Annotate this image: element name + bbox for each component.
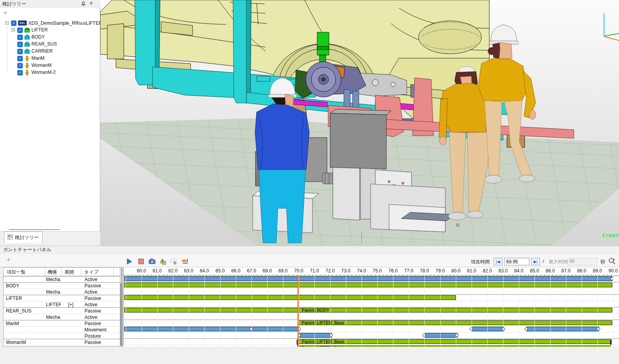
checkbox[interactable]: ✓: [17, 56, 23, 61]
cell-expand: [62, 314, 80, 320]
bar-warning-button[interactable]: [181, 257, 189, 265]
tree-panel-titlebar: 検討ツリー ×: [0, 0, 100, 7]
chart-gridline: [613, 276, 613, 347]
checkbox[interactable]: ✓: [17, 42, 23, 47]
cell-type: Passive: [84, 283, 116, 289]
step-back-button[interactable]: |◀: [494, 258, 502, 265]
play-button[interactable]: [125, 257, 134, 265]
tab-study-tree[interactable]: 検討ツリー: [4, 232, 42, 243]
green-cylinder: [317, 32, 329, 55]
tree-item-body[interactable]: ✓ BODY: [0, 34, 100, 41]
col-header-expand[interactable]: 展開: [64, 269, 74, 276]
bar-handle[interactable]: [422, 334, 426, 337]
checkbox[interactable]: ✓: [17, 35, 23, 40]
table-row[interactable]: Movement: [4, 327, 120, 333]
axis-tick-label: 86.0: [544, 268, 557, 274]
step-forward-button[interactable]: ▶|: [531, 258, 540, 265]
bar-handle[interactable]: [250, 327, 253, 331]
bar-handle[interactable]: [525, 327, 528, 331]
gantt-bar[interactable]: [124, 276, 612, 281]
tree-item-lifter[interactable]: + ✓ LIFTER: [0, 27, 100, 34]
axis-tick-label: 80.0: [449, 268, 463, 274]
3d-viewport[interactable]: H W H Create by Lattice Technology.co.lt…: [100, 0, 619, 246]
table-row[interactable]: LIFTER[+]Active: [4, 301, 120, 308]
gantt-bar[interactable]: [424, 333, 457, 338]
gantt-time-axis[interactable]: 60.061.062.063.064.065.066.067.068.069.0…: [124, 267, 619, 276]
chart-gridline: [519, 276, 519, 347]
chart-gridline: [157, 276, 158, 347]
splitter[interactable]: [121, 267, 122, 347]
stop-button[interactable]: [137, 257, 145, 265]
table-row[interactable]: WomanMPassive: [4, 339, 120, 346]
column-divider[interactable]: [81, 268, 81, 276]
splitter[interactable]: [123, 267, 123, 347]
tree-item-manm[interactable]: ✓ ManM: [0, 55, 100, 62]
marquee-select-button[interactable]: [170, 257, 178, 265]
pin-icon[interactable]: [81, 1, 86, 8]
gantt-bar[interactable]: [124, 283, 612, 287]
cell-mechanism: [46, 320, 61, 327]
gantt-bar[interactable]: [527, 327, 599, 331]
col-header-items[interactable]: 項目一覧: [7, 269, 26, 276]
gantt-bar[interactable]: Parent: BODY: [124, 308, 612, 313]
table-row[interactable]: Mecha...Active: [4, 276, 120, 283]
checkbox[interactable]: ✓: [17, 70, 23, 75]
bar-end-tick: [610, 340, 612, 345]
gantt-bar[interactable]: [124, 327, 299, 331]
row-separator: [124, 307, 619, 307]
table-row[interactable]: ManMPassive: [4, 320, 120, 327]
caution-layers-button[interactable]: [159, 257, 167, 265]
checkbox[interactable]: ✓: [17, 28, 23, 33]
row-separator: [4, 326, 120, 327]
checkbox[interactable]: ✓: [17, 49, 23, 54]
part-icon: [24, 49, 30, 55]
checkbox[interactable]: ✓: [11, 20, 17, 26]
current-time-input[interactable]: [504, 258, 529, 265]
cell-name: [6, 301, 44, 308]
chart-gridline: [424, 276, 425, 347]
row-separator: [124, 338, 619, 339]
cell-mechanism: [46, 308, 61, 314]
tree-item-carrier[interactable]: ✓ CARRIER: [0, 48, 100, 55]
bar-handle[interactable]: [502, 327, 505, 331]
row-separator: [4, 295, 120, 295]
tree-item-womanm-2[interactable]: ✓ WomanM-2: [0, 69, 100, 76]
tree-item-rear-sus[interactable]: ✓ REAR_SUS: [0, 41, 100, 48]
col-header-mechanism[interactable]: 機構: [48, 269, 57, 276]
column-divider[interactable]: [61, 268, 62, 276]
column-divider[interactable]: [45, 268, 45, 276]
collapse-icon[interactable]: −: [5, 21, 9, 25]
table-row[interactable]: BODYPassive: [4, 283, 120, 289]
col-header-type[interactable]: タイプ: [84, 269, 99, 276]
axis-tick-label: 78.0: [418, 268, 431, 274]
zoom-button[interactable]: [608, 257, 616, 265]
human-icon: [25, 63, 29, 70]
bar-handle[interactable]: [470, 327, 473, 331]
table-row[interactable]: REAR_SUSPassive: [4, 308, 120, 314]
gantt-bar[interactable]: [472, 327, 504, 331]
tree-item-root[interactable]: − ✓ XVL XDS_DemoSample_RRsusLIFTER-カ: [0, 20, 100, 27]
gantt-chart-area[interactable]: 60.061.062.063.064.065.066.067.068.069.0…: [124, 267, 619, 347]
table-row[interactable]: Mecha...Active: [4, 314, 120, 320]
tree-add-button[interactable]: +: [3, 9, 7, 17]
expand-icon[interactable]: +: [11, 28, 15, 32]
checkbox[interactable]: ✓: [17, 63, 23, 68]
gantt-bar[interactable]: [124, 295, 456, 300]
gantt-bar[interactable]: Parent: LIFTER_Base: [298, 320, 612, 325]
chart-gridline: [566, 276, 566, 347]
row-separator: [124, 320, 619, 320]
row-separator: [124, 345, 619, 345]
table-row[interactable]: Posture: [4, 333, 120, 339]
close-icon[interactable]: ×: [90, 0, 93, 6]
axis-tick-label: 73.0: [339, 268, 353, 274]
gantt-add-button[interactable]: +: [6, 256, 11, 264]
gantt-bar[interactable]: [299, 333, 332, 338]
cell-mechanism: LIFTER: [46, 301, 61, 308]
camera-button[interactable]: [148, 257, 156, 265]
gantt-bar[interactable]: Parent: LIFTER_Base: [297, 339, 611, 344]
tree-item-womanm[interactable]: ✓ WomanM: [0, 62, 100, 69]
chart-gridline: [283, 276, 283, 347]
column-divider[interactable]: [113, 268, 114, 276]
table-row[interactable]: Mecha...Active: [4, 289, 120, 295]
table-row[interactable]: LIFTERPassive: [4, 295, 120, 301]
